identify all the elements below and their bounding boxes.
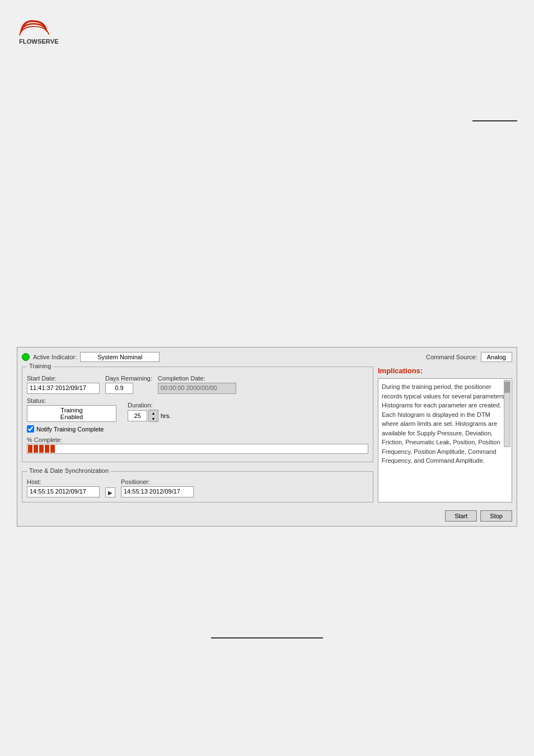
start-date-group: Start Date: 11:41:37 2012/09/17 (27, 375, 100, 394)
duration-label: Duration: (128, 402, 171, 408)
host-input: 14:55:15 2012/09/17 (27, 486, 100, 497)
command-source-label: Command Source: (426, 354, 477, 360)
status-label: Status: (27, 397, 116, 404)
svg-text:FLOWSERVE: FLOWSERVE (19, 38, 59, 45)
duration-up-button[interactable]: ▲ (149, 410, 158, 416)
days-remaining-input: 0.9 (105, 383, 133, 394)
active-indicator-section: Active Indicator: System Nominal (22, 352, 160, 362)
notify-row: Notify Training Complete (27, 425, 368, 433)
progress-seg-2 (34, 445, 38, 453)
positioner-value-row: 14:55:13 2012/09/17 (121, 486, 194, 497)
bottom-separator (211, 637, 323, 638)
start-button[interactable]: Start (445, 510, 477, 522)
date-fields-row: Start Date: 11:41:37 2012/09/17 Days Rem… (27, 375, 368, 394)
top-separator (472, 120, 517, 121)
bottom-buttons: Start Stop (22, 507, 512, 522)
notify-checkbox[interactable] (27, 425, 34, 433)
completion-date-input: 00:00:00 2000/00/00 (158, 383, 236, 394)
stop-button[interactable]: Stop (480, 510, 512, 522)
implications-text: During the training period, the position… (382, 382, 508, 466)
progress-bar (27, 444, 368, 454)
command-source-section: Command Source: Analog (426, 352, 512, 362)
implications-section: Implications: During the training period… (378, 367, 512, 503)
start-date-input: 11:41:37 2012/09/17 (27, 383, 100, 394)
time-sync-section: Time & Date Synchronization Host: 14:55:… (22, 471, 373, 503)
host-value-row: 14:55:15 2012/09/17 (27, 486, 100, 497)
scroll-indicator[interactable] (504, 380, 510, 447)
duration-down-button[interactable]: ▼ (149, 416, 158, 421)
duration-input-row: 25 ▲ ▼ hrs. (128, 410, 171, 422)
positioner-input: 14:55:13 2012/09/17 (121, 486, 194, 497)
content-row: Training Start Date: 11:41:37 2012/09/17… (22, 367, 512, 503)
top-row: Active Indicator: System Nominal Command… (22, 352, 512, 362)
sync-play-button[interactable]: ▶ (105, 487, 115, 497)
hours-label: hrs. (161, 412, 171, 419)
logo-area: FLOWSERVE (17, 17, 62, 49)
positioner-group: Positioner: 14:55:13 2012/09/17 (121, 478, 194, 497)
percent-complete-label: % Complete: (27, 436, 62, 443)
flowserve-logo: FLOWSERVE (17, 17, 62, 48)
time-sync-content: Host: 14:55:15 2012/09/17 ▶ Positioner: … (27, 478, 368, 497)
percent-complete-section: % Complete: (27, 436, 368, 454)
active-indicator-value: System Nominal (80, 352, 160, 362)
training-fields: Start Date: 11:41:37 2012/09/17 Days Rem… (27, 375, 368, 454)
days-remaining-label: Days Remaining: (105, 375, 152, 382)
completion-date-label: Completion Date: (158, 375, 236, 382)
status-group: Status: Training Enabled (27, 397, 116, 422)
training-section: Training Start Date: 11:41:37 2012/09/17… (22, 367, 373, 462)
left-column: Training Start Date: 11:41:37 2012/09/17… (22, 367, 373, 503)
host-group: Host: 14:55:15 2012/09/17 (27, 478, 100, 497)
notify-label: Notify Training Complete (36, 426, 104, 433)
implications-title: Implications: (378, 367, 512, 375)
positioner-label: Positioner: (121, 478, 194, 485)
scroll-thumb (504, 382, 510, 393)
duration-group: Duration: 25 ▲ ▼ hrs. (128, 402, 171, 422)
progress-seg-3 (39, 445, 44, 453)
time-sync-title: Time & Date Synchronization (27, 467, 111, 474)
progress-fill (27, 444, 368, 453)
duration-input[interactable]: 25 (128, 410, 147, 421)
training-title: Training (27, 363, 53, 369)
main-panel: Active Indicator: System Nominal Command… (17, 347, 517, 527)
completion-date-group: Completion Date: 00:00:00 2000/00/00 (158, 375, 236, 394)
implications-text-area: During the training period, the position… (378, 378, 512, 503)
command-source-value: Analog (481, 352, 512, 362)
progress-seg-5 (50, 445, 55, 453)
active-indicator-label: Active Indicator: (33, 354, 77, 360)
duration-spinner: ▲ ▼ (148, 410, 158, 422)
host-label: Host: (27, 478, 100, 485)
play-btn-container: ▶ (105, 487, 115, 497)
page-wrapper: FLOWSERVE Active Indicator: System Nomin… (0, 0, 534, 756)
days-remaining-group: Days Remaining: 0.9 (105, 375, 152, 394)
status-value: Training Enabled (27, 405, 116, 422)
progress-seg-4 (45, 445, 49, 453)
active-dot (22, 353, 30, 361)
status-duration-row: Status: Training Enabled Duration: 25 ▲ … (27, 397, 368, 422)
progress-seg-1 (28, 445, 32, 453)
start-date-label: Start Date: (27, 375, 100, 382)
